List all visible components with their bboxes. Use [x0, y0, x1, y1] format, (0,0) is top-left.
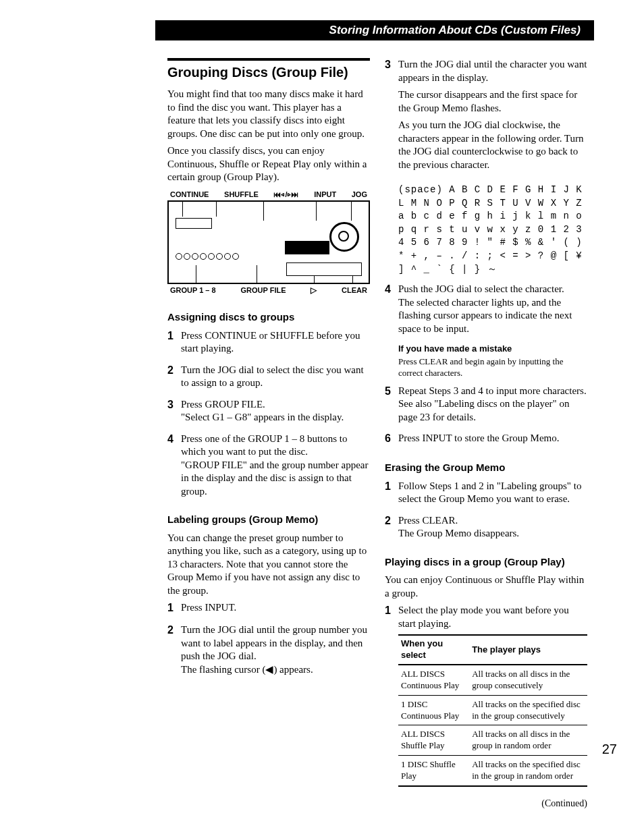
label-step-3c: As you turn the JOG dial clockwise, the … [398, 119, 587, 171]
play-mode-table: When you select The player plays ALL DIS… [398, 634, 587, 787]
assign-step-2: Turn the JOG dial to select the disc you… [181, 364, 370, 390]
labeling-steps-right: 3 Turn the JOG dial until the character … [385, 58, 587, 175]
assigning-steps: 1Press CONTINUE or SHUFFLE before you st… [167, 329, 370, 499]
page-number: 27 [602, 740, 617, 758]
table-header-plays: The player plays [469, 635, 587, 665]
mistake-note-title: If you have made a mistake [398, 343, 587, 355]
assign-step-1: Press CONTINUE or SHUFFLE before you sta… [181, 329, 370, 356]
labeling-steps-right-3: 5Repeat Steps 3 and 4 to input more char… [385, 385, 587, 446]
assigning-heading: Assigning discs to groups [167, 310, 370, 324]
diagram-label-clear: CLEAR [342, 285, 367, 296]
right-column: 3 Turn the JOG dial until the character … [385, 58, 587, 810]
label-step-3a: Turn the JOG dial until the character yo… [398, 58, 587, 84]
player-diagram: CONTINUE SHUFFLE ⏮◁/▷⏭ INPUT JOG [167, 190, 370, 296]
label-step-1: Press INPUT. [181, 601, 370, 615]
erase-step-1: Follow Steps 1 and 2 in "Labeling groups… [398, 480, 587, 506]
diagram-label-continue: CONTINUE [170, 190, 209, 199]
erase-step-2: Press CLEAR.The Group Memo disappears. [398, 514, 587, 540]
group-play-heading: Playing discs in a group (Group Play) [385, 555, 587, 569]
diagram-label-play-icon: ▷ [311, 285, 317, 296]
mistake-note-body: Press CLEAR and begin again by inputting… [398, 356, 587, 379]
character-set: (space) A B C D E F G H I J K L M N O P … [398, 184, 587, 276]
labeling-heading: Labeling groups (Group Memo) [167, 513, 370, 526]
labeling-intro: You can change the preset group number t… [167, 532, 370, 598]
jog-dial-icon [329, 222, 359, 252]
left-column: Grouping Discs (Group File) You might fi… [167, 58, 370, 810]
diagram-label-transport: ⏮◁/▷⏭ [273, 190, 298, 199]
table-row: 1 DISC Shuffle PlayAll tracks on the spe… [398, 756, 587, 786]
intro-paragraph-1: You might find that too many discs make … [167, 88, 370, 140]
table-row: ALL DISCS Continuous PlayAll tracks on a… [398, 665, 587, 695]
assign-step-4: Press one of the GROUP 1 – 8 buttons to … [181, 433, 370, 499]
label-step-2: Turn the JOG dial until the group number… [181, 623, 370, 676]
intro-paragraph-2: Once you classify discs, you can enjoy C… [167, 144, 370, 184]
continued-label: (Continued) [385, 798, 587, 810]
table-row: ALL DISCS Shuffle PlayAll tracks on all … [398, 725, 587, 756]
diagram-label-group-btns: GROUP 1 – 8 [170, 285, 216, 296]
labeling-steps-left: 1Press INPUT. 2Turn the JOG dial until t… [167, 601, 370, 676]
label-step-3b: The cursor disappears and the first spac… [398, 88, 587, 115]
erasing-steps: 1Follow Steps 1 and 2 in "Labeling group… [385, 480, 587, 540]
table-header-select: When you select [398, 635, 469, 665]
table-row: 1 DISC Continuous PlayAll tracks on the … [398, 695, 587, 725]
label-step-4: Push the JOG dial to select the characte… [398, 283, 587, 335]
labeling-steps-right-2: 4Push the JOG dial to select the charact… [385, 283, 587, 335]
group-play-steps: 1 Select the play mode you want before y… [385, 604, 587, 787]
erasing-heading: Erasing the Group Memo [385, 461, 587, 474]
label-step-5: Repeat Steps 3 and 4 to input more chara… [398, 385, 587, 424]
diagram-label-group-file: GROUP FILE [240, 285, 286, 296]
diagram-label-input: INPUT [314, 190, 336, 199]
play-step-1: Select the play mode you want before you… [398, 604, 587, 630]
chapter-header: Storing Information About CDs (Custom Fi… [155, 20, 594, 40]
label-step-6: Press INPUT to store the Group Memo. [398, 432, 587, 445]
diagram-label-shuffle: SHUFFLE [224, 190, 259, 199]
group-play-intro: You can enjoy Continuous or Shuffle Play… [385, 574, 587, 600]
section-title: Grouping Discs (Group File) [167, 63, 370, 81]
assign-step-3: Press GROUP FILE."Select G1 – G8" appear… [181, 398, 370, 424]
diagram-label-jog: JOG [352, 190, 367, 199]
mistake-note: If you have made a mistake Press CLEAR a… [398, 343, 587, 379]
